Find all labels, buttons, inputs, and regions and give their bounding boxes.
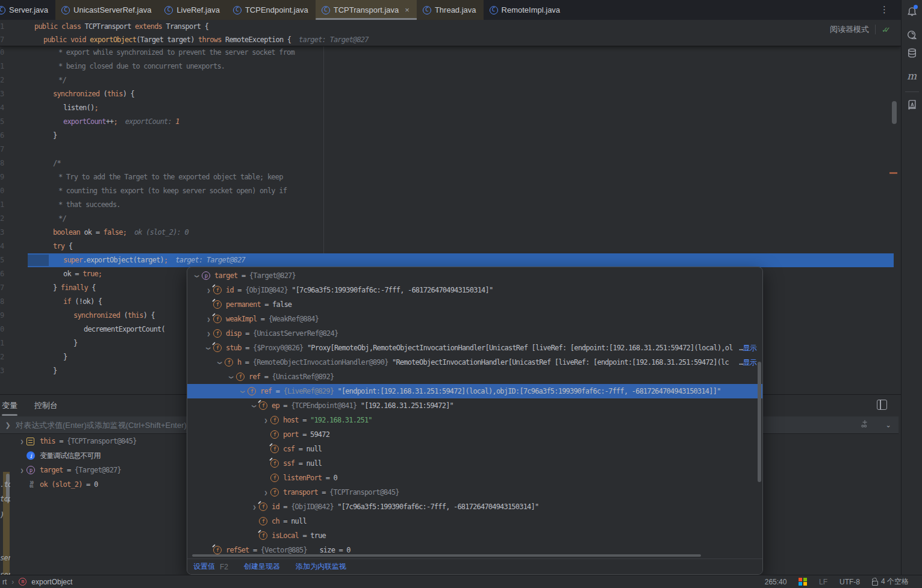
inline-debugger-hint: ok (slot_2): 0 bbox=[126, 228, 188, 237]
watch-dropdown-chevron-icon[interactable]: ⌄ bbox=[878, 421, 899, 429]
tab-server-java[interactable]: CServer.java bbox=[0, 0, 55, 20]
ime-windows-icon[interactable] bbox=[799, 578, 807, 586]
line-number: 1 bbox=[0, 336, 6, 350]
popup-variable-row[interactable]: ❯ftransport = {TCPTransport@845} bbox=[187, 485, 762, 500]
popup-variable-row[interactable]: ❯fpermanent = false bbox=[187, 297, 762, 312]
chevron-down-icon[interactable]: ❯ bbox=[228, 372, 235, 382]
popup-variable-row[interactable]: ❯fref = {LiveRef@829} "[endpoint:[192.16… bbox=[187, 384, 762, 398]
popup-variable-row[interactable]: ❯fhost = "192.168.31.251" bbox=[187, 413, 762, 427]
chevron-down-icon[interactable]: ❯ bbox=[217, 357, 223, 367]
popup-variable-row[interactable]: ❯fweakImpl = {WeakRef@884} bbox=[187, 312, 762, 326]
debug-tab-variables[interactable]: 变量 bbox=[2, 395, 17, 416]
chevron-right-icon[interactable]: ❯ bbox=[17, 467, 26, 474]
show-full-value-link[interactable]: 显示 bbox=[743, 344, 756, 352]
line-text: try { bbox=[53, 240, 72, 253]
editor-scrollbar-thumb[interactable] bbox=[892, 101, 897, 124]
popup-variable-row[interactable]: ❯fisLocal = true bbox=[187, 528, 762, 543]
frame-entry-fragment[interactable]: tcp, bbox=[0, 492, 10, 506]
chevron-down-icon[interactable]: ❯ bbox=[205, 343, 212, 353]
debug-tab-console[interactable]: 控制台 bbox=[34, 395, 58, 416]
field-icon: f bbox=[270, 474, 279, 482]
line-separator[interactable]: LF bbox=[819, 578, 827, 586]
file-encoding[interactable]: UTF-8 bbox=[839, 578, 860, 586]
popup-vscrollbar-thumb[interactable] bbox=[758, 362, 761, 482]
popup-variable-row[interactable]: ❯fid = {ObjID@842} "[7c96a3f5:199390faf6… bbox=[187, 500, 762, 514]
parameter-icon: p bbox=[26, 466, 35, 474]
indent-config[interactable]: 4 个空格 bbox=[872, 577, 909, 587]
popup-variable-row[interactable]: ❯fdisp = {UnicastServerRef@824} bbox=[187, 326, 762, 341]
caret-position[interactable]: 265:40 bbox=[765, 578, 787, 586]
watch-collapse-chevron-icon[interactable]: ❯ bbox=[0, 421, 16, 429]
show-full-value-link[interactable]: 显示 bbox=[743, 358, 756, 367]
popup-variable-row[interactable]: ❯fid = {ObjID@842} "[7c96a3f5:199390faf6… bbox=[187, 283, 762, 297]
show-more: …显示 bbox=[738, 355, 756, 370]
variable-string-value: "Proxy[RemoteObj,RemoteObjectInvocationH… bbox=[307, 344, 733, 352]
popup-variable-row[interactable]: ❯fref = {UnicastRef@892} bbox=[187, 370, 762, 384]
tab-unicastserverref-java[interactable]: CUnicastServerRef.java bbox=[55, 0, 158, 20]
popup-variable-row[interactable]: ❯fch = null bbox=[187, 514, 762, 528]
breadcrumb-class[interactable]: rt bbox=[2, 578, 7, 586]
frame-entry-fragment[interactable]: serv bbox=[0, 568, 10, 575]
reader-mode-widget[interactable]: 阅读器模式 ✓✓ bbox=[830, 24, 891, 35]
code-line: 9* Try to add the Target to the exported… bbox=[0, 170, 901, 184]
tab-tcpendpoint-java[interactable]: CTCPEndpoint.java bbox=[227, 0, 316, 20]
tab-options-kebab-icon[interactable]: ⋮ bbox=[880, 3, 889, 16]
popup-variable-row[interactable]: ❯fh = {RemoteObjectInvocationHandler@890… bbox=[187, 355, 762, 370]
popup-action-添加为内联监视[interactable]: 添加为内联监视 bbox=[296, 562, 346, 572]
layout-settings-icon[interactable] bbox=[877, 400, 887, 410]
popup-variable-row[interactable]: ❯fstub = {$Proxy0@826} "Proxy[RemoteObj,… bbox=[187, 341, 762, 355]
chevron-down-icon[interactable]: ❯ bbox=[240, 386, 246, 396]
ai-assistant-icon[interactable] bbox=[905, 28, 918, 42]
field-icon: f bbox=[270, 416, 279, 424]
error-stripe-mark[interactable] bbox=[889, 172, 897, 174]
popup-variable-row[interactable]: ❯flistenPort = 0 bbox=[187, 471, 762, 485]
close-tab-icon[interactable]: × bbox=[405, 5, 410, 14]
tab-remoteimpl-java[interactable]: CRemoteImpl.java bbox=[484, 0, 568, 20]
tab-label: LiveRef.java bbox=[176, 5, 220, 14]
popup-action-设置值[interactable]: 设置值 bbox=[193, 562, 215, 572]
notifications-icon[interactable] bbox=[905, 5, 918, 18]
frame-entry-fragment[interactable]: serv bbox=[0, 551, 10, 565]
chevron-down-icon[interactable]: ❯ bbox=[251, 401, 258, 410]
field-icon: f bbox=[248, 387, 256, 395]
frames-pane-sliver[interactable]: .tcptcp,)servserv bbox=[0, 434, 10, 575]
chevron-right-icon[interactable]: ❯ bbox=[261, 489, 270, 496]
chevron-right-icon[interactable]: ❯ bbox=[204, 287, 213, 294]
chevron-right-icon[interactable]: ❯ bbox=[204, 316, 213, 323]
popup-hscrollbar-thumb[interactable] bbox=[192, 554, 701, 557]
popup-variable-row[interactable]: ❯fssf = null bbox=[187, 456, 762, 471]
chevron-right-icon[interactable]: ❯ bbox=[17, 438, 26, 445]
tab-thread-java[interactable]: CThread.java bbox=[417, 0, 484, 20]
code-line: 0* export while synchronized to prevent … bbox=[0, 46, 901, 60]
final-field-icon: f bbox=[259, 401, 267, 410]
popup-variable-row[interactable]: ❯fcsf = null bbox=[187, 442, 762, 456]
breadcrumb-method[interactable]: exportObject bbox=[31, 578, 72, 586]
inspections-ok-icon[interactable]: ✓✓ bbox=[882, 25, 891, 34]
add-watch-icon[interactable] bbox=[860, 419, 878, 431]
status-bar: rt › m exportObject 265:40 LF UTF-8 4 个空… bbox=[0, 575, 922, 588]
chevron-right-icon[interactable]: ❯ bbox=[261, 417, 270, 424]
hard-wrap-guide bbox=[323, 46, 324, 253]
tab-liveref-java[interactable]: CLiveRef.java bbox=[158, 0, 227, 20]
popup-variable-row[interactable]: ❯fport = 59472 bbox=[187, 427, 762, 442]
reader-mode-label[interactable]: 阅读器模式 bbox=[830, 24, 869, 35]
class-icon: C bbox=[233, 6, 241, 14]
database-icon[interactable] bbox=[905, 46, 918, 60]
popup-variable-row[interactable]: ❯fep = {TCPEndpoint@841} "[192.168.31.25… bbox=[187, 398, 762, 413]
chevron-right-icon[interactable]: ❯ bbox=[249, 504, 259, 510]
chevron-right-icon[interactable]: ❯ bbox=[204, 330, 213, 337]
line-number: 2 bbox=[0, 350, 6, 364]
frame-entry-fragment[interactable]: ) bbox=[0, 509, 4, 522]
chevron-down-icon[interactable]: ❯ bbox=[194, 271, 201, 280]
popup-variable-row[interactable]: ❯ptarget = {Target@827} bbox=[187, 268, 762, 283]
line-number: 3 bbox=[0, 226, 6, 240]
popup-action-创建呈现器[interactable]: 创建呈现器 bbox=[244, 562, 280, 572]
variable-value: 59472 bbox=[310, 430, 329, 439]
sticky-context-header: 1public class TCPTransport extends Trans… bbox=[0, 20, 901, 46]
variable-name: ref bbox=[249, 373, 260, 381]
dictionary-icon[interactable] bbox=[905, 98, 918, 111]
line-text: public class TCPTransport extends Transp… bbox=[34, 20, 208, 33]
frame-entry-fragment[interactable]: .tcp bbox=[0, 478, 10, 491]
tab-tcptransport-java[interactable]: CTCPTransport.java× bbox=[316, 0, 417, 20]
maven-icon[interactable]: m bbox=[905, 69, 918, 82]
